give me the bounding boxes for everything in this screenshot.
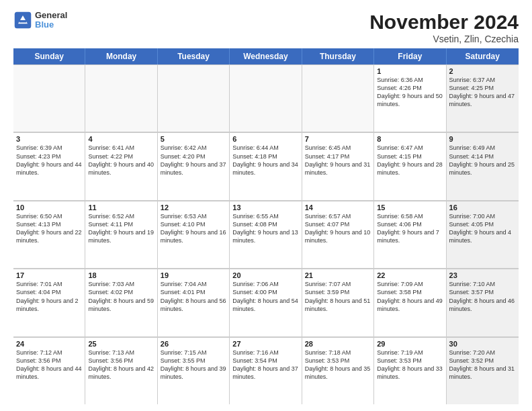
day-cell-26: 26Sunrise: 7:15 AM Sunset: 3:55 PM Dayli… (158, 337, 230, 404)
day-number: 14 (305, 203, 371, 212)
day-cell-22: 22Sunrise: 7:09 AM Sunset: 3:58 PM Dayli… (374, 269, 446, 336)
day-cell-18: 18Sunrise: 7:03 AM Sunset: 4:02 PM Dayli… (85, 269, 157, 336)
day-info: Sunrise: 6:45 AM Sunset: 4:17 PM Dayligh… (305, 144, 371, 177)
day-header-sunday: Sunday (13, 48, 85, 64)
day-number: 21 (305, 271, 371, 279)
day-number: 30 (449, 340, 516, 348)
day-number: 11 (88, 203, 154, 212)
day-info: Sunrise: 6:41 AM Sunset: 4:22 PM Dayligh… (88, 144, 154, 177)
empty-cell (85, 64, 157, 132)
day-number: 18 (88, 271, 154, 279)
empty-cell (158, 64, 230, 132)
day-cell-9: 9Sunrise: 6:49 AM Sunset: 4:14 PM Daylig… (447, 132, 519, 199)
day-info: Sunrise: 6:50 AM Sunset: 4:13 PM Dayligh… (16, 212, 82, 245)
day-cell-28: 28Sunrise: 7:18 AM Sunset: 3:53 PM Dayli… (302, 337, 374, 404)
logo-icon (13, 11, 32, 30)
calendar-title: November 2024 (369, 11, 519, 34)
day-info: Sunrise: 6:44 AM Sunset: 4:18 PM Dayligh… (232, 144, 298, 177)
logo-line1: General (35, 11, 67, 20)
day-cell-24: 24Sunrise: 7:12 AM Sunset: 3:56 PM Dayli… (13, 337, 85, 404)
day-header-friday: Friday (374, 48, 446, 64)
day-cell-6: 6Sunrise: 6:44 AM Sunset: 4:18 PM Daylig… (230, 132, 302, 199)
day-cell-16: 16Sunrise: 7:00 AM Sunset: 4:05 PM Dayli… (447, 201, 519, 268)
logo: General Blue (13, 11, 67, 30)
day-cell-1: 1Sunrise: 6:36 AM Sunset: 4:26 PM Daylig… (374, 64, 446, 132)
day-cell-11: 11Sunrise: 6:52 AM Sunset: 4:11 PM Dayli… (85, 201, 157, 268)
day-cell-7: 7Sunrise: 6:45 AM Sunset: 4:17 PM Daylig… (302, 132, 374, 199)
day-info: Sunrise: 7:04 AM Sunset: 4:01 PM Dayligh… (161, 280, 226, 313)
day-cell-2: 2Sunrise: 6:37 AM Sunset: 4:25 PM Daylig… (447, 64, 519, 132)
day-number: 5 (161, 135, 226, 143)
day-cell-8: 8Sunrise: 6:47 AM Sunset: 4:15 PM Daylig… (374, 132, 446, 199)
day-cell-10: 10Sunrise: 6:50 AM Sunset: 4:13 PM Dayli… (13, 201, 85, 268)
day-cell-15: 15Sunrise: 6:58 AM Sunset: 4:06 PM Dayli… (374, 201, 446, 268)
day-info: Sunrise: 6:42 AM Sunset: 4:20 PM Dayligh… (161, 144, 226, 177)
calendar-row-5: 24Sunrise: 7:12 AM Sunset: 3:56 PM Dayli… (13, 337, 519, 404)
day-number: 12 (161, 203, 226, 212)
logo-text: General Blue (35, 11, 67, 30)
day-info: Sunrise: 6:39 AM Sunset: 4:23 PM Dayligh… (16, 144, 82, 177)
calendar-header: SundayMondayTuesdayWednesdayThursdayFrid… (13, 48, 519, 64)
day-info: Sunrise: 7:12 AM Sunset: 3:56 PM Dayligh… (16, 349, 82, 381)
day-cell-4: 4Sunrise: 6:41 AM Sunset: 4:22 PM Daylig… (85, 132, 157, 199)
day-number: 7 (305, 135, 371, 143)
day-number: 23 (449, 271, 516, 279)
day-info: Sunrise: 7:00 AM Sunset: 4:05 PM Dayligh… (449, 212, 516, 245)
empty-cell (302, 64, 374, 132)
day-number: 1 (377, 67, 443, 75)
day-number: 19 (161, 271, 226, 279)
day-number: 9 (449, 135, 516, 143)
day-info: Sunrise: 7:01 AM Sunset: 4:04 PM Dayligh… (16, 280, 82, 313)
empty-cell (230, 64, 302, 132)
day-info: Sunrise: 6:55 AM Sunset: 4:08 PM Dayligh… (232, 212, 298, 245)
day-header-tuesday: Tuesday (158, 48, 230, 64)
calendar-row-1: 1Sunrise: 6:36 AM Sunset: 4:26 PM Daylig… (13, 64, 519, 132)
day-info: Sunrise: 7:09 AM Sunset: 3:58 PM Dayligh… (377, 280, 443, 313)
page: General Blue November 2024 Vsetin, Zlin,… (0, 0, 532, 411)
empty-cell (13, 64, 85, 132)
day-info: Sunrise: 7:10 AM Sunset: 3:57 PM Dayligh… (449, 280, 516, 313)
day-number: 6 (232, 135, 298, 143)
day-info: Sunrise: 7:19 AM Sunset: 3:53 PM Dayligh… (377, 349, 443, 381)
day-info: Sunrise: 7:13 AM Sunset: 3:56 PM Dayligh… (88, 349, 154, 381)
day-cell-19: 19Sunrise: 7:04 AM Sunset: 4:01 PM Dayli… (158, 269, 230, 336)
day-cell-17: 17Sunrise: 7:01 AM Sunset: 4:04 PM Dayli… (13, 269, 85, 336)
day-cell-3: 3Sunrise: 6:39 AM Sunset: 4:23 PM Daylig… (13, 132, 85, 199)
header: General Blue November 2024 Vsetin, Zlin,… (13, 11, 519, 44)
title-block: November 2024 Vsetin, Zlin, Czechia (369, 11, 519, 44)
day-info: Sunrise: 6:37 AM Sunset: 4:25 PM Dayligh… (449, 76, 516, 109)
day-info: Sunrise: 6:52 AM Sunset: 4:11 PM Dayligh… (88, 212, 154, 245)
day-number: 13 (232, 203, 298, 212)
day-cell-13: 13Sunrise: 6:55 AM Sunset: 4:08 PM Dayli… (230, 201, 302, 268)
svg-rect-2 (19, 20, 27, 23)
day-cell-23: 23Sunrise: 7:10 AM Sunset: 3:57 PM Dayli… (447, 269, 519, 336)
day-number: 25 (88, 340, 154, 348)
day-number: 16 (449, 203, 516, 212)
day-info: Sunrise: 6:47 AM Sunset: 4:15 PM Dayligh… (377, 144, 443, 177)
day-number: 4 (88, 135, 154, 143)
calendar-body: 1Sunrise: 6:36 AM Sunset: 4:26 PM Daylig… (13, 64, 519, 404)
day-cell-25: 25Sunrise: 7:13 AM Sunset: 3:56 PM Dayli… (85, 337, 157, 404)
day-info: Sunrise: 7:16 AM Sunset: 3:54 PM Dayligh… (232, 349, 298, 381)
day-info: Sunrise: 7:06 AM Sunset: 4:00 PM Dayligh… (232, 280, 298, 313)
day-cell-30: 30Sunrise: 7:20 AM Sunset: 3:52 PM Dayli… (447, 337, 519, 404)
day-number: 15 (377, 203, 443, 212)
day-header-wednesday: Wednesday (230, 48, 302, 64)
calendar: SundayMondayTuesdayWednesdayThursdayFrid… (13, 48, 519, 404)
day-info: Sunrise: 7:07 AM Sunset: 3:59 PM Dayligh… (305, 280, 371, 313)
day-info: Sunrise: 6:53 AM Sunset: 4:10 PM Dayligh… (161, 212, 226, 245)
day-info: Sunrise: 7:20 AM Sunset: 3:52 PM Dayligh… (449, 349, 516, 381)
day-info: Sunrise: 6:58 AM Sunset: 4:06 PM Dayligh… (377, 212, 443, 245)
day-info: Sunrise: 6:49 AM Sunset: 4:14 PM Dayligh… (449, 144, 516, 177)
day-info: Sunrise: 7:18 AM Sunset: 3:53 PM Dayligh… (305, 349, 371, 381)
day-cell-27: 27Sunrise: 7:16 AM Sunset: 3:54 PM Dayli… (230, 337, 302, 404)
day-number: 3 (16, 135, 82, 143)
day-cell-5: 5Sunrise: 6:42 AM Sunset: 4:20 PM Daylig… (158, 132, 230, 199)
day-info: Sunrise: 6:57 AM Sunset: 4:07 PM Dayligh… (305, 212, 371, 245)
logo-line2: Blue (35, 20, 67, 30)
day-cell-14: 14Sunrise: 6:57 AM Sunset: 4:07 PM Dayli… (302, 201, 374, 268)
day-info: Sunrise: 7:03 AM Sunset: 4:02 PM Dayligh… (88, 280, 154, 313)
calendar-row-4: 17Sunrise: 7:01 AM Sunset: 4:04 PM Dayli… (13, 269, 519, 336)
day-number: 8 (377, 135, 443, 143)
day-cell-29: 29Sunrise: 7:19 AM Sunset: 3:53 PM Dayli… (374, 337, 446, 404)
